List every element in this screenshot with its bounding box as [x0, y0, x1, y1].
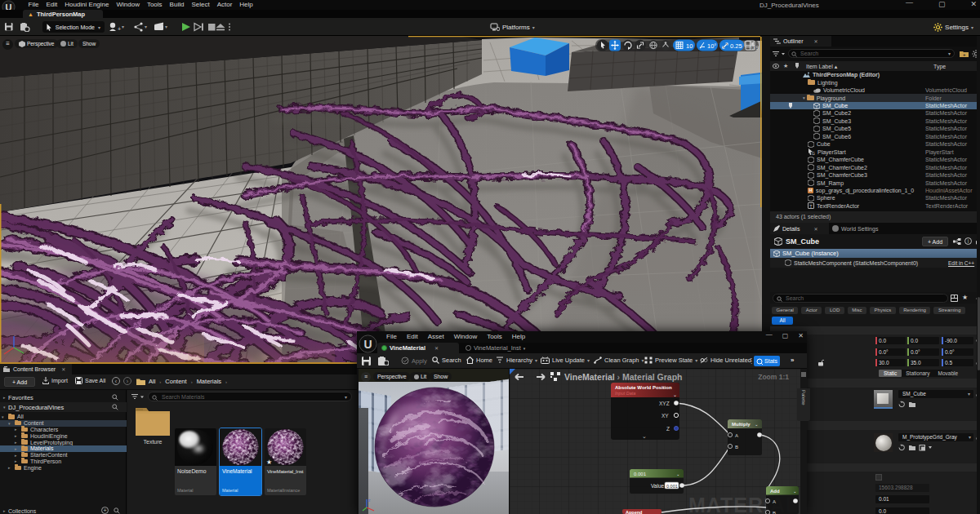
svg-text:10: 10	[686, 42, 693, 50]
svg-text:⌄: ⌄	[793, 489, 797, 494]
svg-text:⌄: ⌄	[755, 422, 759, 427]
svg-text:z: z	[368, 498, 371, 503]
svg-text:Z: Z	[666, 426, 670, 432]
svg-text:A: A	[735, 433, 738, 438]
svg-text:Add: Add	[770, 489, 780, 494]
svg-text:+: +	[118, 26, 121, 32]
svg-text:▾: ▾	[165, 24, 167, 29]
svg-text:⌄: ⌄	[676, 472, 680, 476]
svg-text:Absolute World Position: Absolute World Position	[615, 385, 672, 390]
svg-text:A: A	[773, 499, 776, 504]
svg-text:Value: Value	[651, 483, 665, 489]
svg-text:U: U	[363, 338, 372, 351]
svg-text:B: B	[735, 445, 738, 450]
svg-text:B: B	[773, 511, 776, 514]
svg-text:⌄: ⌄	[673, 392, 677, 397]
svg-text:⌄: ⌄	[642, 433, 647, 439]
svg-text:XYZ: XYZ	[659, 401, 670, 406]
svg-text:▾: ▾	[145, 24, 147, 29]
svg-text:Multiply: Multiply	[732, 422, 751, 427]
svg-text:+: +	[963, 52, 966, 57]
svg-text:▾: ▾	[122, 24, 124, 29]
svg-text:Input Data: Input Data	[615, 391, 635, 396]
svg-text:0.001: 0.001	[666, 484, 678, 489]
svg-text:0.25: 0.25	[730, 42, 742, 50]
svg-text:0.001: 0.001	[634, 472, 647, 476]
svg-text:Append: Append	[626, 510, 642, 514]
svg-text:10°: 10°	[707, 42, 716, 50]
svg-text:G: G	[812, 151, 815, 155]
svg-text:XY: XY	[662, 413, 669, 419]
